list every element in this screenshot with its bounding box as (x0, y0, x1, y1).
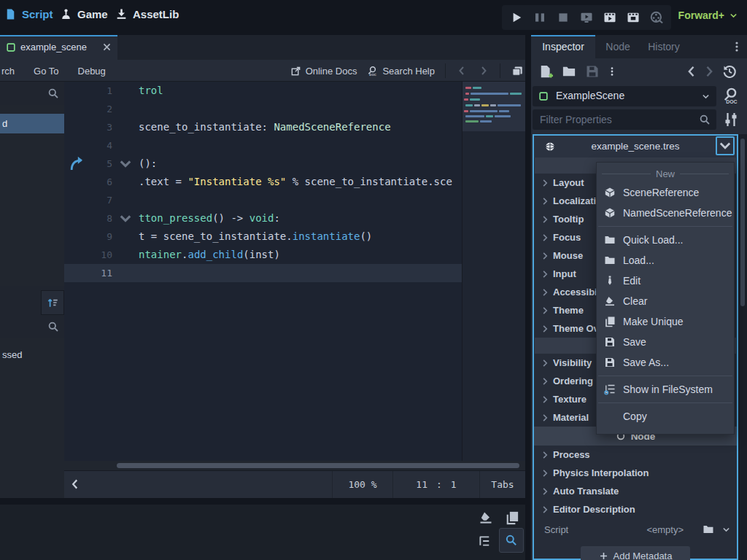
menu-item-edit[interactable]: Edit (597, 271, 734, 291)
save-resource-icon[interactable] (585, 64, 600, 79)
code-line-8[interactable]: 8tton_pressed() -> void: (64, 209, 462, 228)
main-tab-game[interactable]: Game (60, 8, 108, 20)
minimap-line (470, 110, 498, 112)
minimap-viewport[interactable] (462, 82, 526, 131)
inspector-scrollbar[interactable] (738, 134, 747, 560)
property-group-process[interactable]: Process (534, 446, 737, 464)
menu-search[interactable]: rch (1, 66, 15, 77)
history-forward-icon[interactable] (702, 64, 716, 79)
history-back-icon[interactable] (456, 65, 468, 77)
resource-context-menu: NewSceneReferenceNamedSceneReferenceQuic… (596, 162, 735, 435)
script-property-row[interactable]: Script<empty> (534, 518, 737, 540)
tab-node[interactable]: Node (598, 35, 638, 58)
code-line-1[interactable]: 1trol (64, 82, 462, 100)
scrollbar-grabber[interactable] (740, 139, 745, 306)
chevron-down-icon[interactable] (721, 525, 731, 534)
code-line-3[interactable]: 3scene_to_instantiate: NamedSceneReferen… (64, 118, 462, 136)
collapse-panel-icon[interactable] (69, 478, 82, 491)
add-metadata-button[interactable]: Add Metadata (581, 546, 690, 560)
tab-history[interactable]: History (640, 35, 687, 58)
code-line-10[interactable]: 10ntainer.add_child(inst) (64, 246, 462, 264)
code-line-7[interactable]: 7 (64, 191, 462, 209)
search-results-button[interactable] (499, 528, 524, 553)
menu-item-clear[interactable]: Clear (597, 291, 734, 311)
menu-debug[interactable]: Debug (78, 66, 106, 77)
manage-properties-icon[interactable] (722, 111, 740, 128)
edited-node-selector[interactable]: ExampleScene (533, 86, 716, 106)
code-minimap[interactable] (462, 82, 525, 461)
script-tab-example-scene[interactable]: example_scene (0, 35, 117, 60)
open-class-docs-icon[interactable]: DOC (722, 87, 740, 104)
menu-item-quick-load-[interactable]: Quick Load... (597, 230, 734, 250)
code-line-11[interactable]: 11 (64, 264, 462, 282)
menu-item-save[interactable]: Save (597, 332, 734, 352)
script-list-item-selected[interactable]: d (0, 114, 64, 133)
menu-item-copy[interactable]: Copy (597, 406, 734, 427)
code-line-4[interactable]: 4 (64, 136, 462, 155)
menu-section-label: New (656, 168, 675, 179)
resource-dropdown-button[interactable] (716, 136, 735, 155)
gutter (64, 246, 90, 264)
menu-item-label: Make Unique (623, 316, 684, 327)
scrollbar-grabber[interactable] (117, 463, 519, 468)
property-group-editor-description[interactable]: Editor Description (534, 500, 737, 518)
history-forward-icon[interactable] (478, 65, 489, 77)
code-line-6[interactable]: 6.text = "Instantiate %s" % scene_to_ins… (64, 173, 462, 191)
divider (445, 63, 446, 78)
code-line-9[interactable]: 9t = scene_to_instantiate.instantiate() (64, 228, 462, 246)
history-back-icon[interactable] (684, 64, 699, 79)
tree-view-icon[interactable] (476, 534, 493, 548)
code-editor[interactable]: 1trol23scene_to_instantiate: NamedSceneR… (64, 82, 462, 461)
pause-button[interactable] (533, 10, 547, 25)
property-group-physics-interpolation[interactable]: Physics Interpolation (534, 464, 737, 482)
scripts-panel-icon[interactable] (511, 64, 524, 77)
load-resource-icon[interactable] (562, 64, 576, 79)
sort-methods-button[interactable] (41, 290, 64, 315)
minimap-line (465, 93, 469, 95)
menu-item-save-as-[interactable]: Save As... (597, 352, 734, 373)
horizontal-scrollbar[interactable] (64, 461, 525, 470)
members-filter-input[interactable] (0, 315, 64, 338)
menu-item-scenereference[interactable]: SceneReference (597, 182, 734, 203)
resource-menu-icon[interactable] (607, 64, 617, 79)
menu-item-load-[interactable]: Load... (597, 250, 734, 271)
search-help-button[interactable]: DOC Search Help (367, 66, 435, 77)
play-button[interactable] (509, 10, 524, 25)
new-resource-icon[interactable] (538, 64, 553, 79)
fold-icon[interactable] (112, 209, 139, 228)
play-custom-scene-button[interactable] (626, 10, 640, 25)
clear-output-icon[interactable] (479, 510, 493, 525)
menu-item-show-in-filesystem[interactable]: Show in FileSystem (597, 379, 734, 400)
search-help-label: Search Help (382, 66, 435, 77)
movie-maker-button[interactable] (649, 10, 664, 25)
code-line-2[interactable]: 2 (64, 100, 462, 118)
signal-connection-icon[interactable] (64, 155, 90, 173)
gutter (112, 173, 139, 191)
renderer-selector[interactable]: Forward+ (678, 9, 738, 21)
close-icon[interactable] (102, 42, 112, 52)
menu-go-to[interactable]: Go To (34, 66, 58, 77)
remote-debug-button[interactable] (579, 10, 594, 25)
property-group-auto-translate[interactable]: Auto Translate (534, 482, 737, 500)
resource-picker[interactable]: example_scene.tres (534, 136, 737, 158)
stop-button[interactable] (556, 10, 570, 25)
filter-properties-input[interactable]: Filter Properties (533, 109, 716, 130)
main-tab-script[interactable]: Script (4, 8, 53, 20)
folder-icon[interactable] (703, 524, 714, 535)
tab-inspector[interactable]: Inspector (531, 35, 595, 58)
dock-divider[interactable] (525, 35, 531, 560)
indent-mode[interactable]: Tabs (479, 471, 525, 498)
tab-menu-icon[interactable] (731, 40, 743, 53)
fold-icon[interactable] (112, 155, 139, 173)
play-scene-button[interactable] (603, 10, 617, 25)
menu-item-namedscenereference[interactable]: NamedSceneReference (597, 203, 734, 223)
editor-zoom-value[interactable]: 100 % (332, 471, 392, 498)
scripts-filter-input[interactable] (0, 82, 64, 105)
copy-output-icon[interactable] (505, 510, 519, 525)
online-docs-button[interactable]: Online Docs (290, 66, 357, 77)
main-tab-assetlib[interactable]: AssetLib (115, 8, 179, 20)
code-line-5[interactable]: 5(): (64, 155, 462, 173)
member-list-item[interactable]: ssed (0, 347, 64, 363)
history-clock-icon[interactable] (722, 64, 737, 79)
menu-item-make-unique[interactable]: Make Unique (597, 311, 734, 332)
